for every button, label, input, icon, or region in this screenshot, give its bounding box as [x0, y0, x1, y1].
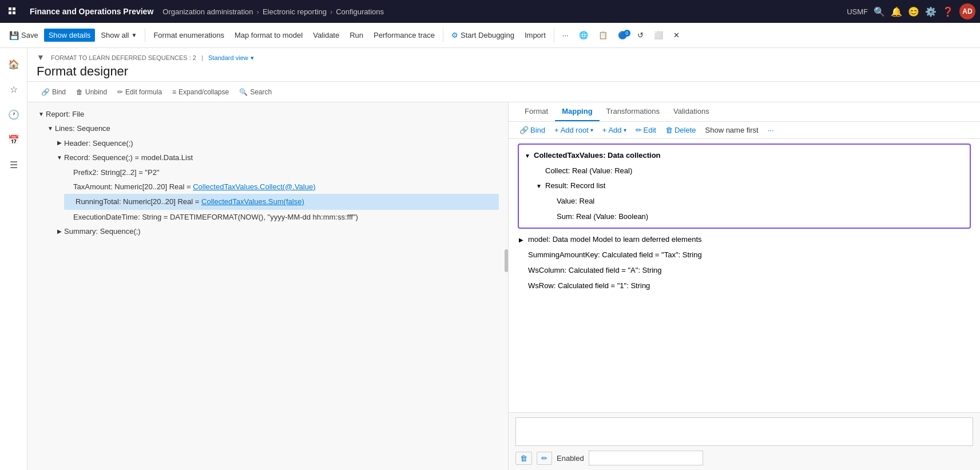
start-debugging-button[interactable]: ⚙ Start Debugging	[447, 29, 519, 42]
label-collect: Collect: Real (Value: Real)	[545, 164, 632, 178]
more-panel-options-button[interactable]: ···	[764, 124, 778, 136]
data-item-wsrow[interactable]: WsRow: Calculated field = "1": String	[518, 278, 971, 294]
tree-item-summary[interactable]: ▶ Summary: Sequence(;)	[55, 224, 499, 238]
grid-menu-button[interactable]	[5, 3, 21, 19]
data-item-summingamountkey[interactable]: SummingAmountKey: Calculated field = "Ta…	[518, 248, 971, 263]
settings-icon[interactable]: ⚙️	[925, 6, 937, 17]
map-format-button[interactable]: Map format to model	[230, 29, 307, 42]
validate-button[interactable]: Validate	[308, 29, 344, 42]
notification-icon[interactable]: 🔔	[891, 6, 902, 17]
sidebar-clock-icon[interactable]: 🕐	[2, 103, 25, 126]
data-item-result[interactable]: ▼ Result: Record list	[535, 178, 965, 194]
globe-icon-button[interactable]: 🌐	[574, 29, 593, 42]
panel-divider[interactable]	[505, 249, 508, 272]
performance-trace-button[interactable]: Performance trace	[369, 29, 439, 42]
maximize-button[interactable]: ⬜	[649, 29, 668, 42]
tree-toggle-header: ▶	[55, 138, 64, 148]
edit-formula-button[interactable]: ✏ Edit formula	[113, 86, 166, 98]
data-item-sum[interactable]: Sum: Real (Value: Boolean)	[546, 209, 965, 225]
format-enumerations-button[interactable]: Format enumerations	[149, 29, 229, 42]
topbar-right: USMF 🔍 🔔 😊 ⚙️ ❓ AD	[847, 3, 975, 19]
tab-format[interactable]: Format	[518, 102, 555, 121]
user-icon[interactable]: 😊	[908, 6, 919, 17]
tab-mapping[interactable]: Mapping	[555, 102, 599, 121]
debug-icon: ⚙	[451, 31, 458, 39]
sidebar-calendar-icon[interactable]: 📅	[2, 128, 25, 151]
formula-box[interactable]	[515, 417, 973, 446]
enabled-row: 🗑 ✏ Enabled	[515, 451, 973, 465]
add-root-button[interactable]: + Add root ▾	[550, 124, 597, 136]
tree-toggle-record: ▼	[55, 153, 64, 163]
tree-label-summary: Summary: Sequence(;)	[64, 225, 141, 238]
data-item-collect[interactable]: Collect: Real (Value: Real)	[535, 164, 965, 179]
sidebar-star-icon[interactable]: ☆	[2, 78, 25, 101]
search-icon[interactable]: 🔍	[874, 6, 885, 17]
refresh-button[interactable]: ↺	[633, 29, 648, 42]
data-item-wscolumn[interactable]: WsColumn: Calculated field = "A": String	[518, 263, 971, 278]
tree-item-executiondatetime[interactable]: ExecutionDateTime: String = DATETIMEFORM…	[64, 210, 499, 224]
show-details-button[interactable]: Show details	[44, 29, 96, 42]
more-options-button[interactable]: ···	[558, 29, 573, 42]
breadcrumb-text: FORMAT TO LEARN DEFERRED SEQUENCES : 2 |…	[51, 54, 254, 61]
tree-item-report[interactable]: ▼ Report: File	[37, 107, 499, 121]
badge-button[interactable]: 🔵 0	[613, 29, 632, 42]
save-button[interactable]: 💾 Save	[5, 29, 43, 42]
unlink-icon: 🗑	[76, 88, 83, 96]
unbind-button[interactable]: 🗑 Unbind	[72, 86, 112, 98]
bind-button[interactable]: 🔗 Bind	[37, 86, 70, 98]
delete-button[interactable]: 🗑 Delete	[661, 124, 700, 136]
left-tree-panel: ▼ Report: File ▼ Lines: Sequence ▶ Heade…	[27, 102, 508, 470]
close-button[interactable]: ✕	[669, 29, 684, 42]
sidebar-home-icon[interactable]: 🏠	[2, 53, 25, 75]
avatar[interactable]: AD	[959, 3, 975, 19]
tree-label-taxamount: TaxAmount: Numeric[20..20] Real = Collec…	[73, 180, 316, 193]
panel-bind-button[interactable]: 🔗 Bind	[515, 124, 549, 136]
enabled-edit-button[interactable]: ✏	[537, 452, 552, 465]
breadcrumb: Organization administration › Electronic…	[162, 7, 384, 16]
data-item-value[interactable]: Value: Real	[546, 194, 965, 209]
data-tree: ▼ CollectedTaxValues: Data collection Co…	[509, 139, 980, 412]
left-sidebar: 🏠 ☆ 🕐 📅 ☰	[0, 48, 27, 470]
breadcrumb-configs[interactable]: Configurations	[336, 7, 384, 16]
expand-collapse-button[interactable]: ≡ Expand/collapse	[168, 86, 233, 98]
run-button[interactable]: Run	[345, 29, 368, 42]
save-icon: 💾	[9, 31, 19, 40]
separator-3	[554, 29, 554, 42]
data-item-model[interactable]: ▶ model: Data model Model to learn defer…	[518, 232, 971, 248]
import-button[interactable]: Import	[520, 29, 550, 42]
filter-icon[interactable]: ▼	[37, 53, 45, 62]
tab-validations[interactable]: Validations	[666, 102, 716, 121]
edit-button[interactable]: ✏ Edit	[632, 124, 660, 136]
tree-label-runningtotal: RunningTotal: Numeric[20..20] Real = Col…	[76, 195, 304, 208]
add-button[interactable]: + Add ▾	[598, 124, 630, 136]
two-panel: ▼ Report: File ▼ Lines: Sequence ▶ Heade…	[27, 102, 980, 470]
help-icon[interactable]: ❓	[942, 6, 954, 17]
enabled-delete-button[interactable]: 🗑	[515, 452, 532, 465]
breadcrumb-er[interactable]: Electronic reporting	[263, 7, 327, 16]
tree-toggle-lines: ▼	[46, 124, 55, 134]
main-toolbar: 💾 Save Show details Show all ▼ Format en…	[0, 23, 980, 48]
tree-item-prefix2[interactable]: Prefix2: String[2..2] = "P2"	[64, 165, 499, 180]
format-tree: ▼ Report: File ▼ Lines: Sequence ▶ Heade…	[37, 107, 499, 239]
tree-item-runningtotal[interactable]: RunningTotal: Numeric[20..20] Real = Col…	[64, 194, 499, 209]
tree-label-header: Header: Sequence(;)	[64, 137, 133, 150]
data-item-collectedtaxvalues[interactable]: ▼ CollectedTaxValues: Data collection	[523, 148, 965, 164]
tree-item-header[interactable]: ▶ Header: Sequence(;)	[55, 136, 499, 150]
breadcrumb-org[interactable]: Organization administration	[162, 7, 253, 16]
add-root-icon: +	[554, 126, 559, 134]
enabled-pen-icon: ✏	[541, 454, 547, 463]
view-dropdown[interactable]: Standard view ▾	[208, 54, 254, 62]
show-name-first-button[interactable]: Show name first	[701, 124, 763, 136]
tree-item-taxamount[interactable]: TaxAmount: Numeric[20..20] Real = Collec…	[64, 180, 499, 194]
tree-toggle-summary: ▶	[55, 226, 64, 237]
sidebar-list-icon[interactable]: ☰	[2, 153, 25, 176]
copy-button[interactable]: 📋	[594, 29, 612, 42]
tab-transformations[interactable]: Transformations	[600, 102, 666, 121]
show-all-dropdown-icon: ▼	[132, 32, 137, 38]
tree-item-record[interactable]: ▼ Record: Sequence(;) = model.Data.List	[55, 150, 499, 165]
show-all-button[interactable]: Show all ▼	[96, 29, 141, 42]
svg-rect-1	[13, 7, 15, 10]
search-button[interactable]: 🔍 Search	[235, 86, 276, 98]
tree-item-lines[interactable]: ▼ Lines: Sequence	[46, 121, 499, 136]
enabled-input[interactable]	[589, 451, 703, 465]
